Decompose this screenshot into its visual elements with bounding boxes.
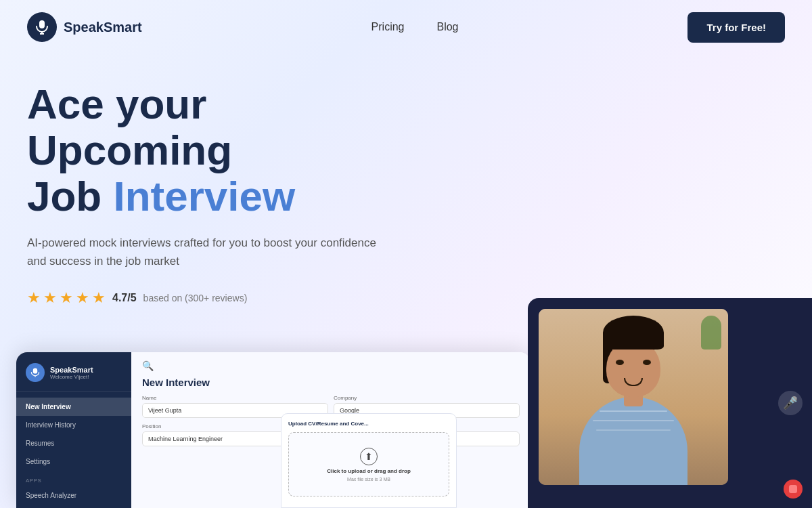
dash-logo-sub: Welcome Vijeet!	[50, 374, 93, 380]
star-5: ★	[92, 289, 106, 307]
sidebar-item-settings[interactable]: Settings	[16, 452, 131, 471]
upload-text: Click to upload or drag and drop	[327, 468, 411, 474]
rec-icon	[789, 485, 797, 493]
sidebar-item-resumes[interactable]: Resumes	[16, 434, 131, 452]
video-panel: 🎤	[528, 298, 812, 508]
person-video	[539, 309, 728, 485]
search-icon[interactable]: 🔍	[142, 360, 520, 371]
hair-top	[603, 316, 664, 350]
logo-icon	[27, 12, 57, 42]
rating-score: 4.7/5	[112, 292, 137, 304]
nav-links: Pricing Blog	[371, 21, 459, 33]
hero-subtitle: AI-powered mock interviews crafted for y…	[27, 234, 392, 270]
upload-zone[interactable]: ⬆ Click to upload or drag and drop Max f…	[288, 432, 449, 496]
apps-section-label: APPS	[16, 471, 131, 486]
name-label: Name	[142, 395, 328, 401]
star-3: ★	[60, 289, 73, 307]
new-interview-title: New Interview	[142, 377, 520, 388]
star-1: ★	[27, 289, 41, 307]
logo-text: SpeakSmart	[64, 20, 142, 35]
sidebar-item-interview-history[interactable]: Interview History	[16, 416, 131, 434]
company-label: Company	[334, 395, 520, 401]
hero-title: Ace your Upcoming Job Interview	[27, 81, 392, 220]
upload-panel: Upload CV/Resume and Cove... ⬆ Click to …	[281, 413, 457, 508]
left-eye	[616, 360, 624, 365]
mic-button[interactable]: 🎤	[778, 391, 803, 415]
logo: SpeakSmart	[27, 12, 142, 42]
plant	[701, 316, 721, 350]
right-eye	[643, 360, 651, 365]
dash-logo-icon	[26, 363, 45, 382]
dash-logo-text: SpeakSmart	[50, 366, 93, 374]
cta-button[interactable]: Try for Free!	[687, 12, 785, 43]
nav-link-pricing[interactable]: Pricing	[371, 21, 405, 33]
smile	[624, 378, 643, 386]
navbar: SpeakSmart Pricing Blog Try for Free!	[0, 0, 812, 54]
dash-mic-icon	[30, 367, 41, 378]
svg-rect-3	[33, 368, 37, 374]
dash-logo: SpeakSmart Welcome Vijeet!	[16, 363, 131, 392]
sidebar-item-new-interview[interactable]: New Interview	[16, 398, 131, 416]
mic-logo-icon	[34, 19, 50, 35]
dashboard-sidebar: SpeakSmart Welcome Vijeet! New Interview…	[16, 352, 131, 508]
star-2: ★	[43, 289, 57, 307]
rating-text: based on (300+ reviews)	[143, 293, 248, 303]
stars: ★ ★ ★ ★ ★	[27, 289, 106, 307]
nav-link-blog[interactable]: Blog	[436, 21, 458, 33]
svg-rect-0	[39, 20, 45, 28]
upload-icon: ⬆	[360, 448, 378, 465]
star-4: ★	[76, 289, 89, 307]
upload-subtext: Max file size is 3 MB	[347, 477, 390, 482]
dash-logo-info: SpeakSmart Welcome Vijeet!	[50, 366, 93, 380]
rating-row: ★ ★ ★ ★ ★ 4.7/5 based on (300+ reviews)	[27, 289, 392, 307]
hero-section: Ace your Upcoming Job Interview AI-power…	[0, 54, 420, 307]
upload-label: Upload CV/Resume and Cove...	[288, 421, 449, 427]
sidebar-item-speech-analyzer[interactable]: Speech Analyzer	[16, 486, 131, 505]
record-button[interactable]	[784, 480, 803, 499]
